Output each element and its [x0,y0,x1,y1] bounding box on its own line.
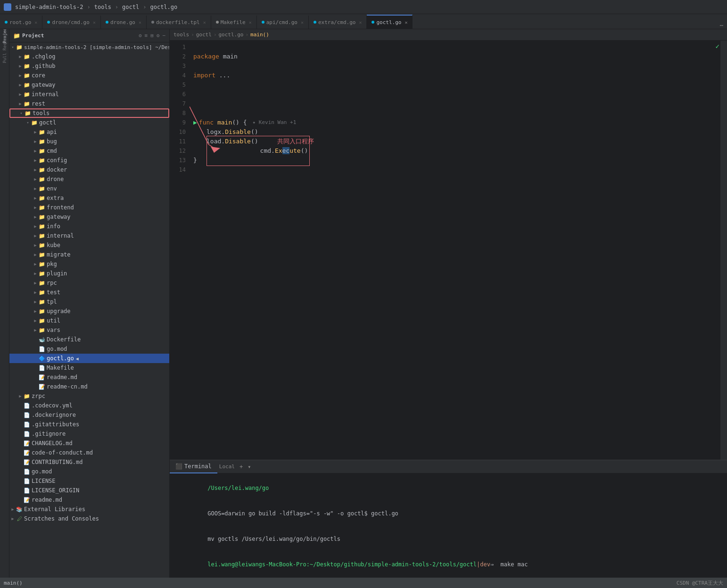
tab-extra-cmd-close[interactable]: ✕ [359,20,362,25]
tree-item-internal[interactable]: ▶ 📁 internal [9,90,169,99]
tree-item-cmd[interactable]: ▶ 📁 cmd [9,146,169,156]
tab-drone-go-label: drone.go [110,19,135,25]
tree-item-tpl[interactable]: ▶ 📁 tpl [9,297,169,306]
run-gutter-icon[interactable]: ▶ [193,118,197,127]
external-libs-icon: 📚 [16,506,23,513]
tree-item-rest[interactable]: ▶ 📁 rest [9,99,169,108]
folder-icon-internal2: 📁 [39,233,45,239]
readme-md-icon: 📝 [39,374,45,381]
tree-item-upgrade[interactable]: ▶ 📁 upgrade [9,306,169,316]
tree-item-pkg[interactable]: ▶ 📁 pkg [9,259,169,269]
gomod-icon: 📄 [39,346,45,352]
tree-item-gitignore[interactable]: ▶ 📄 .gitignore [9,429,169,439]
tab-makefile-label: Makefile [221,19,246,25]
tab-api-cmd-close[interactable]: ✕ [301,20,304,25]
tree-item-contributing[interactable]: ▶ 📝 CONTRIBUTING.md [9,457,169,467]
tab-more[interactable]: ⋯ [716,22,727,29]
breadcrumb-tools[interactable]: tools [173,32,189,38]
tree-item-vars[interactable]: ▶ 📁 vars [9,325,169,335]
tab-goctl-go-close[interactable]: ✕ [405,20,407,25]
tree-item-codecov[interactable]: ▶ 📄 .codecov.yml [9,401,169,410]
folder-icon-test: 📁 [39,290,45,296]
code-area[interactable]: package main import ... ▶ [190,41,711,460]
tree-item-goctl[interactable]: ▾ 📁 goctl [9,118,169,127]
tree-item-github[interactable]: ▶ 📁 .github [9,61,169,71]
tree-item-rpc[interactable]: ▶ 📁 rpc [9,278,169,288]
tab-drone-go-close[interactable]: ✕ [139,20,141,25]
terminal-add-button[interactable]: + [237,464,246,470]
expand-icon[interactable]: ⊞ [150,33,154,39]
tree-item-changelog[interactable]: ▶ 📝 CHANGELOG.md [9,439,169,448]
tree-item-dockerfile[interactable]: ▶ 🐋 Dockerfile [9,335,169,344]
tree-item-gateway2[interactable]: ▶ 📁 gateway [9,212,169,222]
tree-item-env[interactable]: ▶ 📁 env [9,184,169,193]
tree-item-license-origin[interactable]: ▶ 📄 LICENSE_ORIGIN [9,486,169,495]
tree-item-gateway[interactable]: ▶ 📁 gateway [9,80,169,90]
terminal-dropdown-button[interactable]: ▾ [246,464,253,470]
tab-api-cmd-label: api/cmd.go [266,19,297,25]
tree-item-core[interactable]: ▶ 📁 core [9,71,169,80]
breadcrumb-main[interactable]: main() [250,32,269,38]
tree-item-info[interactable]: ▶ 📁 info [9,222,169,231]
tree-item-readme-cn-md[interactable]: ▶ 📝 readme-cn.md [9,382,169,391]
tree-item-migrate[interactable]: ▶ 📁 migrate [9,250,169,259]
tab-root-go[interactable]: root.go ✕ [0,16,42,29]
folder-icon-rest: 📁 [24,101,30,107]
breadcrumb-goctl-go[interactable]: goctl.go [219,32,244,38]
tab-extra-cmd[interactable]: extra/cmd.go ✕ [309,16,367,29]
tree-item-frontend[interactable]: ▶ 📁 frontend [9,203,169,212]
list-icon[interactable]: ≡ [145,33,148,39]
settings-icon[interactable]: ⚙ [139,33,142,39]
terminal-content[interactable]: /Users/lei.wang/go GOOS=darwin go build … [170,473,727,578]
tree-item-code-of-conduct[interactable]: ▶ 📝 code-of-conduct.md [9,448,169,457]
tree-item-tools[interactable]: ▾ 📁 tools [9,108,169,118]
tab-drone-cmd-label: drone/cmd.go [52,19,89,25]
tab-root-go-close[interactable]: ✕ [34,20,37,25]
tree-item-external-libs[interactable]: ▶ 📚 External Libraries [9,505,169,514]
tab-drone-go[interactable]: drone.go ✕ [101,16,147,29]
tree-item-zrpc[interactable]: ▶ 📁 zrpc [9,391,169,401]
terminal-local-label: Local [217,464,237,470]
tree-item-dockerignore[interactable]: ▶ 📄 .dockerignore [9,410,169,420]
app-icon [4,3,11,11]
tab-dockerfile-close[interactable]: ✕ [203,20,206,25]
editor-terminal-area: tools › goctl › goctl.go › main() 1 2 3 … [170,29,727,578]
tree-item-gomod-root[interactable]: ▶ 📄 go.mod [9,467,169,476]
tree-item-plugin[interactable]: ▶ 📁 plugin [9,269,169,278]
gear-icon[interactable]: ⚙ [157,33,160,39]
tree-item-internal2[interactable]: ▶ 📁 internal [9,231,169,240]
tab-api-cmd[interactable]: api/cmd.go ✕ [257,16,309,29]
tree-item-test[interactable]: ▶ 📁 test [9,288,169,297]
tree-item-readme-root[interactable]: ▶ 📝 readme.md [9,495,169,505]
tree-item-goctl-go[interactable]: ▶ 🔷 goctl.go ◀ [9,354,169,363]
tree-item-kube[interactable]: ▶ 📁 kube [9,240,169,250]
tab-dockerfile[interactable]: dockerfile.tpl ✕ [147,16,211,29]
tab-makefile-close[interactable]: ✕ [249,20,252,25]
breadcrumb-goctl[interactable]: goctl [196,32,212,38]
tree-item-gomod[interactable]: ▶ 📄 go.mod [9,344,169,354]
tree-item-readme-md[interactable]: ▶ 📝 readme.md [9,373,169,382]
tree-item-gitattributes[interactable]: ▶ 📄 .gitattributes [9,420,169,429]
terminal-tab[interactable]: ⬛ Terminal [170,460,217,473]
tree-item-makefile2[interactable]: ▶ 📄 Makefile [9,363,169,373]
tree-item-scratches[interactable]: ▶ 🖊 Scratches and Consoles [9,514,169,523]
scratches-icon: 🖊 [16,516,23,522]
tree-item-config[interactable]: ▶ 📁 config [9,156,169,165]
tree-item-bug[interactable]: ▶ 📁 bug [9,137,169,146]
panel-icon-pull-requests[interactable]: Pull Requests [1,43,8,50]
minus-icon[interactable]: − [162,33,165,39]
tree-item-license[interactable]: ▶ 📄 LICENSE [9,476,169,486]
csdn-label: CSDN @CTRA王大大 [677,580,723,587]
tree-root-item[interactable]: ▾ 📁 simple-admin-tools-2 [simple-admin-t… [9,42,169,52]
tree-item-util[interactable]: ▶ 📁 util [9,316,169,325]
tree-item-drone[interactable]: ▶ 📁 drone [9,174,169,184]
tab-makefile[interactable]: Makefile ✕ [211,16,257,29]
tab-drone-cmd-close[interactable]: ✕ [93,20,96,25]
title-sep2: › [115,4,118,10]
tree-item-api[interactable]: ▶ 📁 api [9,127,169,137]
tree-item-chglog[interactable]: ▶ 📁 .chglog [9,52,169,61]
tab-goctl-go[interactable]: goctl.go ✕ [367,15,413,29]
tree-item-docker[interactable]: ▶ 📁 docker [9,165,169,174]
tree-item-extra[interactable]: ▶ 📁 extra [9,193,169,203]
tab-drone-cmd[interactable]: drone/cmd.go ✕ [42,16,101,29]
